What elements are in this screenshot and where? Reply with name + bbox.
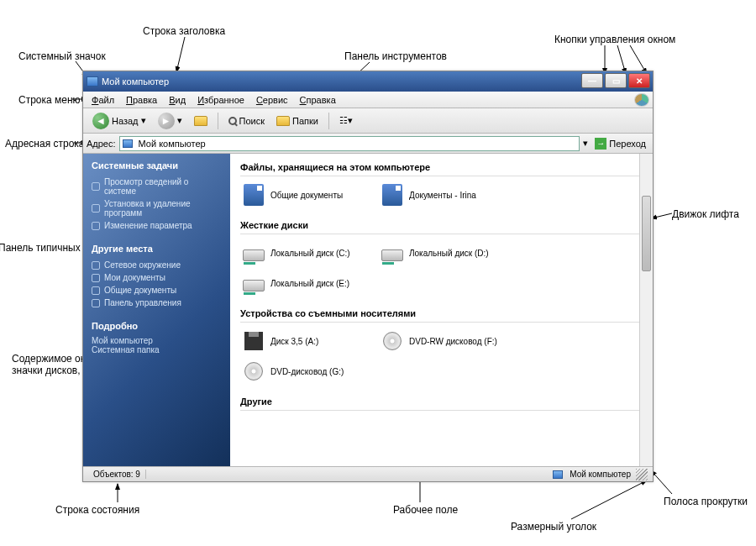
menu-edit[interactable]: Правка	[121, 93, 162, 107]
item-label: Локальный диск (E:)	[270, 279, 349, 288]
address-label: Адрес:	[87, 139, 116, 149]
search-icon	[228, 117, 237, 125]
drive-item[interactable]: Локальный диск (E:)	[240, 270, 370, 297]
menu-favorites[interactable]: Избранное	[192, 93, 249, 107]
menubar: Файл Правка Вид Избранное Сервис Справка	[83, 92, 653, 108]
window-controls: — ▭ ✕	[581, 73, 650, 88]
scroll-thumb[interactable]	[642, 196, 651, 271]
side-item-label: Изменение параметра	[104, 221, 192, 230]
bullet-icon	[92, 261, 100, 270]
views-icon: ☷▾	[339, 115, 353, 126]
side-item[interactable]: Мои документы	[92, 271, 222, 284]
back-arrow-icon: ◄	[92, 113, 109, 129]
drive-item[interactable]: Локальный диск (C:)	[240, 239, 370, 266]
side-item-label: Панель управления	[104, 298, 181, 307]
address-input[interactable]: Мой компьютер	[119, 136, 580, 151]
back-button[interactable]: ◄ Назад ▾	[88, 110, 150, 132]
folders-label: Папки	[292, 116, 318, 126]
folder-item[interactable]: Документы - Irina	[379, 181, 509, 208]
side-item-label: Установка и удаление программ	[104, 199, 222, 218]
removable-item[interactable]: DVD-дисковод (G:)	[240, 358, 370, 385]
side-item[interactable]: Установка и удаление программ	[92, 197, 222, 219]
side-detail: Мой компьютер	[92, 336, 222, 345]
svg-line-5	[630, 45, 647, 74]
resize-grip[interactable]	[636, 469, 648, 480]
label-addressbar: Адресная строка	[5, 138, 85, 150]
folder-up-icon	[194, 116, 207, 126]
section-title: Жесткие диски	[240, 217, 644, 234]
window-title: Мой компьютер	[102, 76, 169, 87]
status-location-label: Мой компьютер	[570, 470, 631, 479]
side-item[interactable]: Общие документы	[92, 284, 222, 297]
close-button[interactable]: ✕	[628, 73, 650, 88]
vertical-scrollbar[interactable]	[639, 154, 653, 466]
item-label: DVD-RW дисковод (F:)	[409, 337, 497, 346]
back-label: Назад	[112, 116, 139, 126]
side-title: Подробно	[92, 321, 222, 331]
item-label: Диск 3,5 (A:)	[270, 337, 318, 346]
label-statusbar: Строка состояния	[55, 504, 139, 516]
views-button[interactable]: ☷▾	[335, 113, 357, 129]
label-scroll-thumb: Движок лифта	[672, 208, 739, 220]
side-item[interactable]: Сетевое окружение	[92, 259, 222, 271]
documents-icon	[382, 184, 402, 206]
go-arrow-icon: →	[595, 138, 606, 150]
menu-file[interactable]: Файл	[87, 93, 119, 107]
svg-line-4	[617, 45, 626, 74]
dropdown-icon: ▾	[177, 115, 182, 126]
drive-icon	[381, 249, 403, 261]
folder-item[interactable]: Общие документы	[240, 181, 370, 208]
side-item-label: Общие документы	[104, 286, 176, 295]
menu-tools[interactable]: Сервис	[251, 93, 293, 107]
side-item[interactable]: Просмотр сведений о системе	[92, 176, 222, 197]
side-item[interactable]: Изменение параметра	[92, 219, 222, 232]
search-button[interactable]: Поиск	[224, 113, 269, 129]
label-titlebar: Строка заголовка	[143, 25, 225, 37]
side-item[interactable]: Панель управления	[92, 297, 222, 309]
item-grid: Локальный диск (C:) Локальный диск (D:) …	[240, 239, 644, 297]
section-title: Устройства со съемными носителями	[240, 305, 644, 323]
toolbar: ◄ Назад ▾ ► ▾ Поиск Папки ☷▾	[83, 108, 653, 134]
svg-line-15	[651, 470, 672, 494]
drive-item[interactable]: Локальный диск (D:)	[379, 239, 509, 266]
forward-button[interactable]: ► ▾	[154, 110, 186, 132]
svg-line-16	[651, 213, 672, 218]
bullet-icon	[92, 182, 100, 191]
titlebar[interactable]: Мой компьютер — ▭ ✕	[83, 71, 653, 92]
side-title: Другие места	[92, 244, 222, 254]
label-work-area: Рабочее поле	[393, 504, 458, 516]
brand-logo-icon	[634, 93, 649, 107]
dropdown-icon[interactable]: ▾	[583, 138, 588, 149]
statusbar: Объектов: 9 Мой компьютер	[83, 466, 653, 481]
drive-icon	[243, 280, 265, 291]
side-group-system: Системные задачи Просмотр сведений о сис…	[92, 160, 222, 232]
label-resize-corner: Размерный уголок	[511, 521, 596, 533]
cd-icon	[383, 332, 402, 350]
side-detail: Системная папка	[92, 345, 222, 354]
status-objects: Объектов: 9	[88, 470, 146, 479]
maximize-button[interactable]: ▭	[605, 73, 627, 88]
menu-help[interactable]: Справка	[295, 93, 341, 107]
documents-icon	[244, 184, 264, 206]
computer-icon	[123, 139, 133, 148]
side-item-label: Сетевое окружение	[104, 260, 181, 270]
status-location: Мой компьютер	[548, 470, 636, 479]
addressbar: Адрес: Мой компьютер ▾ → Переход	[83, 134, 653, 154]
minimize-button[interactable]: —	[581, 73, 603, 88]
search-label: Поиск	[239, 116, 265, 126]
removable-item[interactable]: DVD-RW дисковод (F:)	[379, 328, 509, 354]
menu-view[interactable]: Вид	[164, 93, 191, 107]
system-icon[interactable]	[87, 76, 98, 87]
go-button[interactable]: → Переход	[591, 136, 649, 151]
svg-line-14	[571, 480, 647, 519]
item-label: Общие документы	[270, 191, 343, 200]
side-group-places: Другие места Сетевое окружение Мои докум…	[92, 244, 222, 309]
explorer-window: Мой компьютер — ▭ ✕ Файл Правка Вид Избр…	[82, 71, 654, 482]
item-label: Документы - Irina	[409, 191, 476, 200]
svg-line-1	[176, 37, 185, 72]
side-item-label: Просмотр сведений о системе	[104, 177, 222, 196]
removable-item[interactable]: Диск 3,5 (A:)	[240, 328, 370, 354]
up-button[interactable]	[190, 113, 212, 129]
window-body: Системные задачи Просмотр сведений о сис…	[83, 154, 653, 466]
folders-button[interactable]: Папки	[272, 113, 323, 129]
